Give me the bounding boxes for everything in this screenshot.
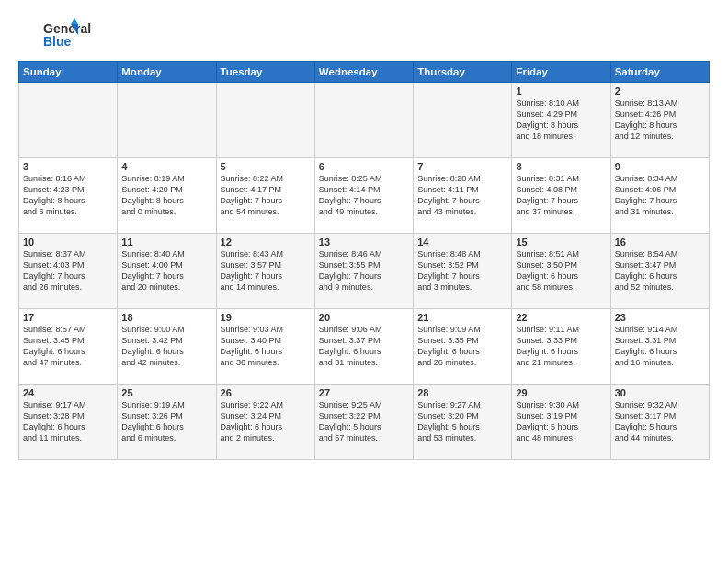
cell-content: Sunrise: 8:16 AM Sunset: 4:23 PM Dayligh… xyxy=(23,173,113,218)
cell-content: Sunrise: 8:40 AM Sunset: 4:00 PM Dayligh… xyxy=(121,248,211,293)
day-number: 21 xyxy=(417,312,507,323)
weekday-header-thursday: Thursday xyxy=(414,62,512,83)
day-number: 7 xyxy=(417,161,507,172)
calendar-cell: 13Sunrise: 8:46 AM Sunset: 3:55 PM Dayli… xyxy=(314,234,413,309)
cell-content: Sunrise: 9:22 AM Sunset: 3:24 PM Dayligh… xyxy=(221,399,311,444)
calendar-cell: 3Sunrise: 8:16 AM Sunset: 4:23 PM Daylig… xyxy=(19,158,118,234)
day-number: 25 xyxy=(121,387,211,398)
day-number: 8 xyxy=(516,161,606,172)
weekday-header-wednesday: Wednesday xyxy=(314,62,413,83)
cell-content: Sunrise: 9:00 AM Sunset: 3:42 PM Dayligh… xyxy=(121,324,211,369)
day-number: 17 xyxy=(23,312,113,323)
logo-icon: General Blue xyxy=(18,15,101,52)
header: General Blue xyxy=(18,15,710,52)
calendar-cell: 5Sunrise: 8:22 AM Sunset: 4:17 PM Daylig… xyxy=(216,158,314,234)
svg-text:Blue: Blue xyxy=(43,34,72,49)
calendar-cell: 12Sunrise: 8:43 AM Sunset: 3:57 PM Dayli… xyxy=(216,234,314,309)
calendar-cell: 8Sunrise: 8:31 AM Sunset: 4:08 PM Daylig… xyxy=(512,158,610,234)
calendar-cell: 14Sunrise: 8:48 AM Sunset: 3:52 PM Dayli… xyxy=(414,234,512,309)
weekday-header-sunday: Sunday xyxy=(19,62,118,83)
day-number: 10 xyxy=(23,236,113,247)
calendar-cell: 19Sunrise: 9:03 AM Sunset: 3:40 PM Dayli… xyxy=(216,309,314,385)
calendar-cell xyxy=(216,83,314,158)
calendar-cell: 29Sunrise: 9:30 AM Sunset: 3:19 PM Dayli… xyxy=(512,385,610,460)
cell-content: Sunrise: 9:11 AM Sunset: 3:33 PM Dayligh… xyxy=(516,324,606,369)
cell-content: Sunrise: 9:19 AM Sunset: 3:26 PM Dayligh… xyxy=(121,399,211,444)
calendar-cell: 25Sunrise: 9:19 AM Sunset: 3:26 PM Dayli… xyxy=(118,385,216,460)
day-number: 28 xyxy=(417,387,507,398)
day-number: 20 xyxy=(319,312,409,323)
calendar-cell: 18Sunrise: 9:00 AM Sunset: 3:42 PM Dayli… xyxy=(118,309,216,385)
calendar-cell xyxy=(118,83,216,158)
day-number: 27 xyxy=(319,387,409,398)
cell-content: Sunrise: 9:14 AM Sunset: 3:31 PM Dayligh… xyxy=(615,324,705,369)
calendar-cell: 28Sunrise: 9:27 AM Sunset: 3:20 PM Dayli… xyxy=(414,385,512,460)
day-number: 16 xyxy=(615,236,705,247)
calendar-cell: 17Sunrise: 8:57 AM Sunset: 3:45 PM Dayli… xyxy=(19,309,118,385)
calendar-cell: 15Sunrise: 8:51 AM Sunset: 3:50 PM Dayli… xyxy=(512,234,610,309)
calendar-cell: 2Sunrise: 8:13 AM Sunset: 4:26 PM Daylig… xyxy=(610,83,709,158)
day-number: 23 xyxy=(615,312,705,323)
calendar-cell: 9Sunrise: 8:34 AM Sunset: 4:06 PM Daylig… xyxy=(610,158,709,234)
weekday-header-row: SundayMondayTuesdayWednesdayThursdayFrid… xyxy=(19,62,710,83)
cell-content: Sunrise: 9:06 AM Sunset: 3:37 PM Dayligh… xyxy=(319,324,409,369)
calendar-cell: 10Sunrise: 8:37 AM Sunset: 4:03 PM Dayli… xyxy=(19,234,118,309)
cell-content: Sunrise: 8:25 AM Sunset: 4:14 PM Dayligh… xyxy=(319,173,409,218)
cell-content: Sunrise: 9:27 AM Sunset: 3:20 PM Dayligh… xyxy=(417,399,507,444)
calendar-cell: 24Sunrise: 9:17 AM Sunset: 3:28 PM Dayli… xyxy=(19,385,118,460)
cell-content: Sunrise: 8:51 AM Sunset: 3:50 PM Dayligh… xyxy=(516,248,606,293)
cell-content: Sunrise: 8:48 AM Sunset: 3:52 PM Dayligh… xyxy=(417,248,507,293)
cell-content: Sunrise: 8:19 AM Sunset: 4:20 PM Dayligh… xyxy=(121,173,211,218)
calendar-cell xyxy=(19,83,118,158)
day-number: 3 xyxy=(23,161,113,172)
calendar-week-row: 10Sunrise: 8:37 AM Sunset: 4:03 PM Dayli… xyxy=(19,234,710,309)
calendar-cell: 7Sunrise: 8:28 AM Sunset: 4:11 PM Daylig… xyxy=(414,158,512,234)
calendar-cell: 26Sunrise: 9:22 AM Sunset: 3:24 PM Dayli… xyxy=(216,385,314,460)
calendar-cell: 1Sunrise: 8:10 AM Sunset: 4:29 PM Daylig… xyxy=(512,83,610,158)
day-number: 22 xyxy=(516,312,606,323)
logo: General Blue xyxy=(18,15,105,52)
cell-content: Sunrise: 8:22 AM Sunset: 4:17 PM Dayligh… xyxy=(221,173,311,218)
day-number: 4 xyxy=(121,161,211,172)
cell-content: Sunrise: 8:31 AM Sunset: 4:08 PM Dayligh… xyxy=(516,173,606,218)
day-number: 15 xyxy=(516,236,606,247)
cell-content: Sunrise: 9:17 AM Sunset: 3:28 PM Dayligh… xyxy=(23,399,113,444)
cell-content: Sunrise: 9:25 AM Sunset: 3:22 PM Dayligh… xyxy=(319,399,409,444)
calendar-week-row: 1Sunrise: 8:10 AM Sunset: 4:29 PM Daylig… xyxy=(19,83,710,158)
cell-content: Sunrise: 8:43 AM Sunset: 3:57 PM Dayligh… xyxy=(221,248,311,293)
cell-content: Sunrise: 8:34 AM Sunset: 4:06 PM Dayligh… xyxy=(615,173,705,218)
calendar-cell xyxy=(314,83,413,158)
day-number: 13 xyxy=(319,236,409,247)
day-number: 11 xyxy=(121,236,211,247)
day-number: 14 xyxy=(417,236,507,247)
calendar-cell: 21Sunrise: 9:09 AM Sunset: 3:35 PM Dayli… xyxy=(414,309,512,385)
calendar-week-row: 3Sunrise: 8:16 AM Sunset: 4:23 PM Daylig… xyxy=(19,158,710,234)
calendar-cell: 23Sunrise: 9:14 AM Sunset: 3:31 PM Dayli… xyxy=(610,309,709,385)
day-number: 5 xyxy=(221,161,311,172)
cell-content: Sunrise: 8:13 AM Sunset: 4:26 PM Dayligh… xyxy=(615,98,705,143)
day-number: 1 xyxy=(516,86,606,97)
calendar-table: SundayMondayTuesdayWednesdayThursdayFrid… xyxy=(18,61,710,460)
calendar-cell: 30Sunrise: 9:32 AM Sunset: 3:17 PM Dayli… xyxy=(610,385,709,460)
calendar-cell xyxy=(414,83,512,158)
weekday-header-friday: Friday xyxy=(512,62,610,83)
calendar-cell: 6Sunrise: 8:25 AM Sunset: 4:14 PM Daylig… xyxy=(314,158,413,234)
cell-content: Sunrise: 9:32 AM Sunset: 3:17 PM Dayligh… xyxy=(615,399,705,444)
calendar-page: General Blue SundayMondayTuesdayWednesda… xyxy=(0,0,728,563)
cell-content: Sunrise: 8:46 AM Sunset: 3:55 PM Dayligh… xyxy=(319,248,409,293)
cell-content: Sunrise: 9:30 AM Sunset: 3:19 PM Dayligh… xyxy=(516,399,606,444)
cell-content: Sunrise: 8:37 AM Sunset: 4:03 PM Dayligh… xyxy=(23,248,113,293)
weekday-header-saturday: Saturday xyxy=(610,62,709,83)
cell-content: Sunrise: 9:03 AM Sunset: 3:40 PM Dayligh… xyxy=(221,324,311,369)
calendar-week-row: 17Sunrise: 8:57 AM Sunset: 3:45 PM Dayli… xyxy=(19,309,710,385)
cell-content: Sunrise: 8:28 AM Sunset: 4:11 PM Dayligh… xyxy=(417,173,507,218)
day-number: 6 xyxy=(319,161,409,172)
day-number: 18 xyxy=(121,312,211,323)
calendar-cell: 27Sunrise: 9:25 AM Sunset: 3:22 PM Dayli… xyxy=(314,385,413,460)
weekday-header-tuesday: Tuesday xyxy=(216,62,314,83)
day-number: 12 xyxy=(221,236,311,247)
weekday-header-monday: Monday xyxy=(118,62,216,83)
calendar-cell: 20Sunrise: 9:06 AM Sunset: 3:37 PM Dayli… xyxy=(314,309,413,385)
cell-content: Sunrise: 8:10 AM Sunset: 4:29 PM Dayligh… xyxy=(516,98,606,143)
calendar-cell: 11Sunrise: 8:40 AM Sunset: 4:00 PM Dayli… xyxy=(118,234,216,309)
